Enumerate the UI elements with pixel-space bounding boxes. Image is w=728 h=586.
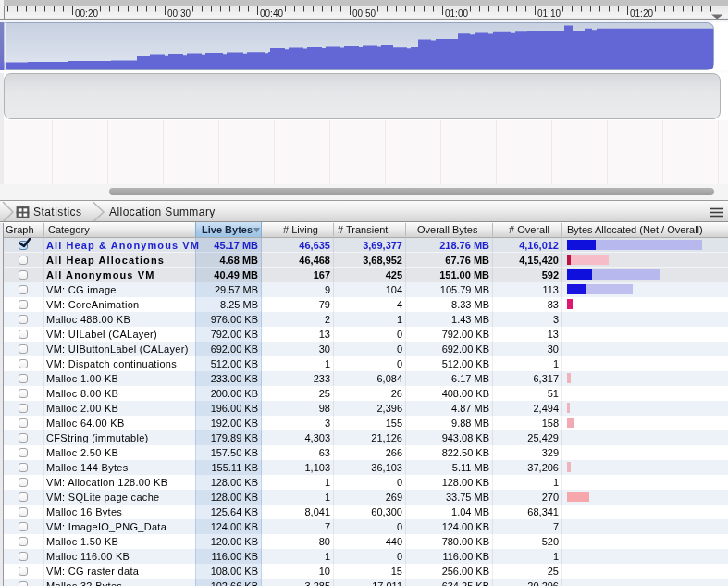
svg-text:00:30: 00:30 [167,8,191,19]
svg-text:01:10: 01:10 [537,8,561,19]
svg-text:00:20: 00:20 [75,8,98,19]
svg-text:00:50: 00:50 [352,8,376,19]
svg-text:00:40: 00:40 [260,8,283,19]
svg-text:01:20: 01:20 [630,8,653,19]
svg-text:01:00: 01:00 [445,8,468,19]
